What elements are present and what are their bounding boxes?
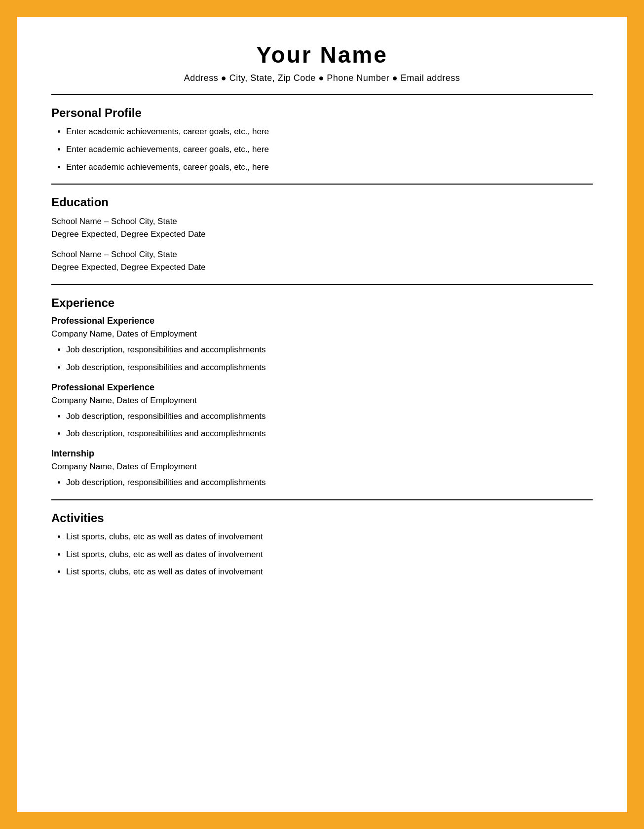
company-line-3: Company Name, Dates of Employment xyxy=(51,461,593,473)
activities-title: Activities xyxy=(51,511,593,525)
list-item: Enter academic achievements, career goal… xyxy=(66,144,593,155)
header-section: Your Name Address ● City, State, Zip Cod… xyxy=(51,41,593,83)
exp-list-2: Job description, responsibilities and ac… xyxy=(51,411,593,440)
edu-line-1b: Degree Expected, Degree Expected Date xyxy=(51,228,593,241)
list-item: Enter academic achievements, career goal… xyxy=(66,161,593,173)
exp-list-1: Job description, responsibilities and ac… xyxy=(51,344,593,374)
divider-activities xyxy=(51,499,593,500)
experience-title: Experience xyxy=(51,296,593,310)
exp-subtitle-2: Professional Experience xyxy=(51,382,593,393)
activities-list: List sports, clubs, etc as well as dates… xyxy=(51,531,593,578)
company-line-1: Company Name, Dates of Employment xyxy=(51,328,593,340)
exp-block-1: Professional Experience Company Name, Da… xyxy=(51,316,593,373)
exp-block-3: Internship Company Name, Dates of Employ… xyxy=(51,449,593,489)
experience-section: Experience Professional Experience Compa… xyxy=(51,296,593,488)
education-title: Education xyxy=(51,195,593,209)
edu-entry-1: School Name – School City, State Degree … xyxy=(51,215,593,240)
personal-profile-section: Personal Profile Enter academic achievem… xyxy=(51,106,593,173)
list-item: List sports, clubs, etc as well as dates… xyxy=(66,549,593,561)
list-item: List sports, clubs, etc as well as dates… xyxy=(66,531,593,543)
edu-line-2a: School Name – School City, State xyxy=(51,248,593,261)
list-item: Job description, responsibilities and ac… xyxy=(66,428,593,440)
exp-subtitle-1: Professional Experience xyxy=(51,316,593,326)
personal-profile-title: Personal Profile xyxy=(51,106,593,120)
list-item: Enter academic achievements, career goal… xyxy=(66,126,593,138)
exp-list-3: Job description, responsibilities and ac… xyxy=(51,477,593,489)
activities-section: Activities List sports, clubs, etc as we… xyxy=(51,511,593,578)
list-item: Job description, responsibilities and ac… xyxy=(66,362,593,374)
resume-name: Your Name xyxy=(51,41,593,68)
page-wrapper: Your Name Address ● City, State, Zip Cod… xyxy=(0,0,644,829)
education-section: Education School Name – School City, Sta… xyxy=(51,195,593,273)
divider-personal xyxy=(51,94,593,95)
divider-education xyxy=(51,184,593,185)
exp-block-2: Professional Experience Company Name, Da… xyxy=(51,382,593,440)
list-item: Job description, responsibilities and ac… xyxy=(66,477,593,489)
list-item: Job description, responsibilities and ac… xyxy=(66,344,593,356)
divider-experience xyxy=(51,284,593,285)
edu-line-1a: School Name – School City, State xyxy=(51,215,593,228)
resume-container: Your Name Address ● City, State, Zip Cod… xyxy=(15,15,629,814)
list-item: Job description, responsibilities and ac… xyxy=(66,411,593,422)
edu-line-2b: Degree Expected, Degree Expected Date xyxy=(51,261,593,274)
list-item: List sports, clubs, etc as well as dates… xyxy=(66,566,593,578)
contact-line: Address ● City, State, Zip Code ● Phone … xyxy=(51,73,593,83)
exp-subtitle-3: Internship xyxy=(51,449,593,459)
edu-entry-2: School Name – School City, State Degree … xyxy=(51,248,593,273)
company-line-2: Company Name, Dates of Employment xyxy=(51,395,593,407)
personal-profile-list: Enter academic achievements, career goal… xyxy=(51,126,593,173)
